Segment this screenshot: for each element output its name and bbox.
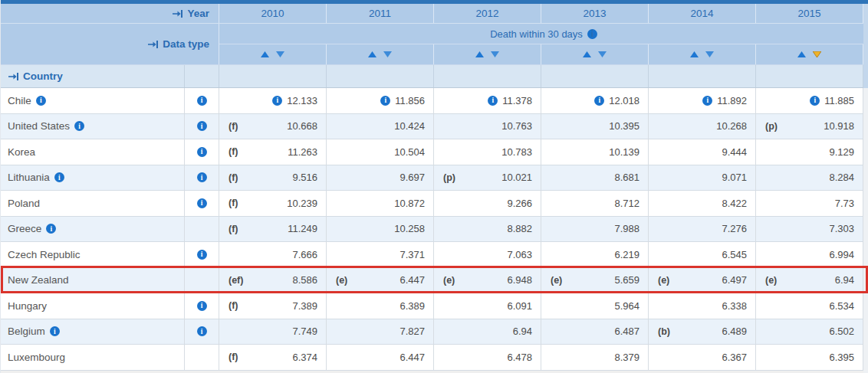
country-name-cell: Hungary <box>1 293 185 319</box>
bottom-strip <box>1 371 868 373</box>
cell-value: 5.964 <box>614 300 639 312</box>
value-wrap: 7.063 <box>507 249 532 260</box>
cell-value: 6.478 <box>507 352 532 363</box>
info-icon[interactable]: i <box>197 198 207 208</box>
pivot-arrow-icon[interactable] <box>8 73 18 80</box>
info-icon[interactable]: i <box>197 301 207 311</box>
sort-ascending-button[interactable] <box>475 51 484 57</box>
sort-cell <box>434 44 541 64</box>
value-wrap: 8.284 <box>829 172 854 183</box>
country-header-empty-cell <box>434 65 541 87</box>
cell-value: 8.586 <box>292 274 317 286</box>
value-wrap: 10.918 <box>824 120 854 132</box>
sort-descending-button[interactable] <box>383 51 392 57</box>
value-wrap: 7.749 <box>292 326 317 337</box>
cell-value: 6.487 <box>614 326 639 337</box>
info-icon[interactable]: i <box>50 326 60 336</box>
measure-label: Death within 30 days <box>490 28 583 40</box>
value-wrap: 10.424 <box>394 120 425 132</box>
value-wrap: 10.872 <box>394 198 425 209</box>
cell-value: 6.94 <box>835 274 854 286</box>
cell-value: 7.276 <box>722 223 747 234</box>
year-header-row: Year 201020112012201320142015 <box>1 4 868 24</box>
info-icon[interactable]: i <box>36 96 46 106</box>
cell-value: 6.497 <box>722 274 747 286</box>
info-icon[interactable]: i <box>46 224 56 234</box>
value-wrap: 9.516 <box>292 172 317 183</box>
pivot-arrow-icon[interactable] <box>173 10 182 18</box>
value-wrap: 6.478 <box>507 352 532 363</box>
value-flag: (e) <box>336 275 347 286</box>
value-cell: 6.367 <box>649 345 756 370</box>
stats-data-table: Year 201020112012201320142015 Data type … <box>0 0 868 373</box>
info-icon[interactable]: i <box>380 96 390 106</box>
info-icon[interactable]: i <box>810 96 820 106</box>
cell-value: 11.892 <box>717 95 747 106</box>
sort-ascending-button[interactable] <box>797 51 806 57</box>
value-wrap: 7.389 <box>292 300 317 312</box>
country-header-row: Country <box>1 65 868 88</box>
info-icon[interactable]: i <box>272 96 282 106</box>
value-cell: 10.504 <box>327 139 434 165</box>
year-column-header: 2011 <box>327 4 434 23</box>
info-icon[interactable]: i <box>197 96 207 106</box>
value-cell: i12.018 <box>541 88 649 113</box>
cell-value: 6.447 <box>399 274 425 286</box>
value-wrap: 6.447 <box>399 352 425 363</box>
value-cell: 7.303 <box>756 217 863 242</box>
measure-area: Death within 30 days i <box>219 24 868 64</box>
info-icon[interactable]: i <box>197 172 207 182</box>
year-label: 2012 <box>475 8 498 19</box>
info-icon[interactable]: i <box>702 96 712 106</box>
cell-value: 6.219 <box>614 249 639 260</box>
table-row: Koreai(f)11.26310.50410.78310.1399.4449.… <box>1 139 868 165</box>
value-wrap: 7.988 <box>614 223 639 234</box>
cell-value: 9.266 <box>507 198 532 209</box>
sort-descending-button[interactable] <box>276 51 284 57</box>
sort-descending-button[interactable] <box>705 51 714 57</box>
value-wrap: 8.586 <box>292 274 317 286</box>
value-cell: (b)6.489 <box>649 319 756 345</box>
value-wrap: 10.504 <box>394 146 425 158</box>
info-icon[interactable]: i <box>197 250 207 260</box>
info-icon[interactable]: i <box>74 121 84 131</box>
info-icon[interactable]: i <box>197 121 207 131</box>
datatype-dimension-cell: Data type <box>1 24 219 64</box>
value-cell: 8.284 <box>756 165 863 191</box>
info-icon[interactable]: i <box>587 29 597 39</box>
info-icon[interactable]: i <box>488 96 498 106</box>
info-icon[interactable]: i <box>197 147 207 157</box>
sort-ascending-button[interactable] <box>261 51 269 57</box>
info-icon[interactable]: i <box>197 326 207 336</box>
cell-value: 6.091 <box>507 300 532 312</box>
value-cell: (f)10.239 <box>219 191 327 216</box>
value-cell: 6.389 <box>327 293 434 319</box>
pivot-arrow-icon[interactable] <box>148 41 158 48</box>
row-info-cell <box>185 217 219 242</box>
value-wrap: 8.422 <box>722 198 747 209</box>
value-wrap: 9.266 <box>507 198 532 209</box>
info-icon[interactable]: i <box>594 96 604 106</box>
cell-value: 6.389 <box>399 300 425 312</box>
table-row: Belgiumii7.7497.8276.946.487(b)6.4896.50… <box>1 319 868 345</box>
cell-value: 12.018 <box>609 95 639 106</box>
sort-descending-button[interactable] <box>813 51 821 57</box>
value-cell: 6.338 <box>649 293 756 319</box>
info-icon[interactable]: i <box>54 172 64 182</box>
value-wrap: 10.268 <box>716 120 747 132</box>
sort-ascending-button[interactable] <box>690 51 699 57</box>
sort-ascending-button[interactable] <box>368 51 376 57</box>
cell-value: 9.697 <box>399 172 425 183</box>
value-wrap: 6.994 <box>829 249 854 260</box>
country-name-cell: Czech Republic <box>1 242 185 267</box>
cell-value: 8.712 <box>614 198 639 209</box>
sort-descending-button[interactable] <box>598 51 607 57</box>
sort-ascending-button[interactable] <box>583 51 591 57</box>
value-cell: 10.139 <box>541 139 649 165</box>
sort-descending-button[interactable] <box>491 51 499 57</box>
value-wrap: 7.827 <box>399 326 425 337</box>
value-cell: i12.133 <box>219 88 327 113</box>
row-info-cell: i <box>185 114 219 139</box>
value-flag: (f) <box>229 121 238 132</box>
country-name: Korea <box>8 146 35 158</box>
